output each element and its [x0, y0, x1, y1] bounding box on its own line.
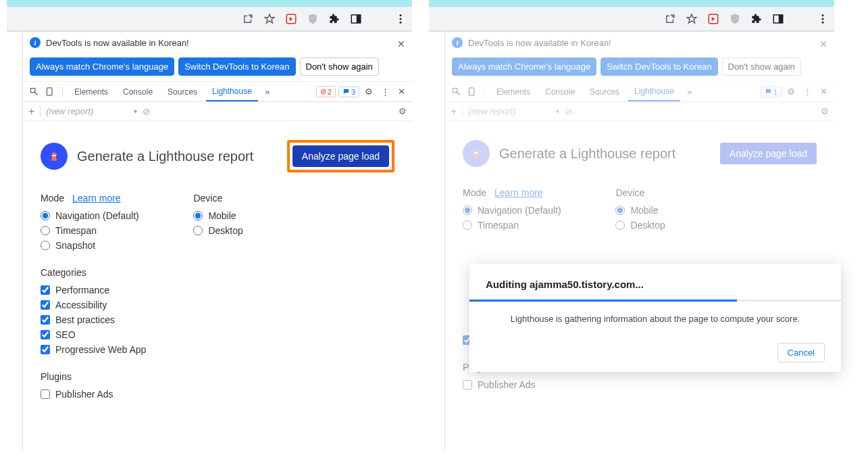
new-report-plus-icon[interactable]: + — [451, 105, 457, 118]
lighthouse-subbar: + (new report) ⊘ ⚙ — [23, 102, 412, 121]
switch-lang-button[interactable]: Switch DevTools to Korean — [178, 57, 295, 76]
category-pwa[interactable]: Progressive Web App — [41, 344, 146, 355]
tab-elements[interactable]: Elements — [490, 83, 536, 101]
svg-point-13 — [822, 21, 824, 23]
categories-label: Categories — [41, 267, 146, 278]
devtools-close-icon[interactable]: ✕ — [817, 85, 830, 99]
plugin-publisher-ads[interactable]: Publisher Ads — [463, 379, 568, 390]
device-label: Device — [615, 187, 644, 198]
device-label: Device — [193, 193, 222, 204]
device-mobile[interactable]: Mobile — [193, 210, 242, 221]
mode-navigation[interactable]: Navigation (Default) — [463, 205, 568, 216]
tab-kebab-icon[interactable]: ⋮ — [800, 85, 814, 99]
clear-icon[interactable]: ⊘ — [565, 106, 573, 117]
lighthouse-title: Generate a Lighthouse report — [499, 146, 711, 162]
devtools-infobar: i DevTools is now available in Korean! ✕… — [445, 32, 834, 82]
lighthouse-logo-icon — [41, 143, 68, 170]
shield-icon[interactable] — [729, 13, 741, 25]
new-report-plus-icon[interactable]: + — [28, 105, 34, 118]
kebab-menu-icon[interactable] — [817, 13, 829, 25]
mode-timespan[interactable]: Timespan — [463, 220, 568, 231]
scrollbar-gutter[interactable] — [7, 32, 23, 450]
panel-settings-icon[interactable]: ⚙ — [399, 106, 407, 116]
device-mobile[interactable]: Mobile — [615, 205, 665, 216]
learn-more-link[interactable]: Learn more — [494, 187, 543, 198]
modal-message: Lighthouse is gathering information abou… — [486, 314, 825, 324]
mode-label: Mode — [463, 187, 486, 198]
dont-show-again-button[interactable]: Don't show again — [722, 57, 801, 76]
message-badge[interactable]: 1 — [761, 87, 782, 97]
inspect-icon[interactable] — [449, 85, 463, 99]
device-desktop[interactable]: Desktop — [615, 220, 665, 231]
puzzle-icon[interactable] — [750, 13, 763, 25]
more-tabs-icon[interactable]: » — [261, 85, 274, 99]
lighthouse-logo-icon — [463, 140, 490, 167]
devtools-tabstrip: Elements Console Sources Lighthouse » 1 … — [445, 82, 834, 102]
mode-label: Mode — [41, 193, 64, 204]
close-icon[interactable]: ✕ — [397, 39, 405, 49]
dont-show-again-button[interactable]: Don't show again — [300, 57, 379, 76]
category-performance[interactable]: Performance — [41, 285, 146, 295]
star-icon[interactable] — [686, 13, 698, 25]
infobar-message: DevTools is now available in Korean! — [46, 38, 189, 48]
scrollbar-gutter[interactable] — [429, 32, 445, 450]
learn-more-link[interactable]: Learn more — [72, 193, 121, 204]
red-square-icon[interactable] — [285, 13, 297, 25]
panel-icon[interactable] — [350, 13, 362, 25]
category-accessibility[interactable]: Accessibility — [41, 300, 146, 310]
tab-console[interactable]: Console — [117, 83, 159, 101]
audit-modal: Auditing ajamma50.tistory.com... Lightho… — [469, 264, 841, 372]
panel-icon[interactable] — [772, 13, 784, 25]
tab-lighthouse[interactable]: Lighthouse — [628, 82, 680, 101]
device-toggle-icon[interactable] — [43, 85, 57, 99]
tab-sources[interactable]: Sources — [584, 83, 626, 101]
category-seo[interactable]: SEO — [41, 329, 146, 340]
clear-icon[interactable]: ⊘ — [143, 106, 151, 117]
report-dropdown[interactable]: (new report) — [468, 106, 559, 116]
svg-point-3 — [400, 14, 402, 16]
mode-timespan[interactable]: Timespan — [41, 225, 146, 236]
svg-point-12 — [822, 18, 824, 20]
settings-gear-icon[interactable]: ⚙ — [784, 85, 798, 99]
device-toggle-icon[interactable] — [465, 85, 479, 99]
tab-elements[interactable]: Elements — [68, 83, 114, 101]
mode-navigation[interactable]: Navigation (Default) — [41, 210, 146, 221]
inspect-icon[interactable] — [27, 85, 41, 99]
progress-bar — [469, 300, 841, 302]
always-match-button[interactable]: Always match Chrome's language — [30, 57, 174, 76]
lighthouse-title: Generate a Lighthouse report — [77, 149, 278, 164]
cancel-button[interactable]: Cancel — [777, 343, 825, 362]
analyze-button[interactable]: Analyze page load — [292, 145, 389, 167]
svg-rect-10 — [779, 15, 783, 23]
devtools-close-icon[interactable]: ✕ — [394, 85, 408, 99]
message-badge[interactable]: 3 — [338, 87, 359, 97]
browser-toolbar — [429, 7, 834, 31]
tab-lighthouse[interactable]: Lighthouse — [206, 82, 258, 101]
plugin-publisher-ads[interactable]: Publisher Ads — [41, 389, 146, 400]
kebab-menu-icon[interactable] — [394, 13, 407, 25]
tab-sources[interactable]: Sources — [161, 83, 203, 101]
share-icon[interactable] — [664, 13, 676, 25]
close-icon[interactable]: ✕ — [819, 39, 827, 49]
analyze-button[interactable]: Analyze page load — [720, 143, 817, 164]
puzzle-icon[interactable] — [328, 13, 340, 25]
tab-kebab-icon[interactable]: ⋮ — [378, 85, 392, 99]
shield-icon[interactable] — [307, 13, 319, 25]
always-match-button[interactable]: Always match Chrome's language — [452, 57, 596, 76]
category-best-practices[interactable]: Best practices — [41, 314, 146, 325]
star-icon[interactable] — [263, 13, 276, 25]
svg-point-4 — [400, 18, 402, 20]
mode-snapshot[interactable]: Snapshot — [41, 240, 146, 251]
error-badge[interactable]: 2 — [316, 86, 336, 97]
share-icon[interactable] — [242, 13, 254, 25]
panel-settings-icon[interactable]: ⚙ — [821, 106, 829, 116]
settings-gear-icon[interactable]: ⚙ — [362, 85, 376, 99]
more-tabs-icon[interactable]: » — [683, 85, 696, 99]
tab-console[interactable]: Console — [539, 83, 581, 101]
report-dropdown[interactable]: (new report) — [46, 106, 137, 116]
switch-lang-button[interactable]: Switch DevTools to Korean — [601, 57, 717, 76]
device-desktop[interactable]: Desktop — [193, 225, 242, 236]
svg-rect-14 — [469, 88, 474, 95]
analyze-highlight: Analyze page load — [287, 140, 394, 172]
red-square-icon[interactable] — [707, 13, 719, 25]
